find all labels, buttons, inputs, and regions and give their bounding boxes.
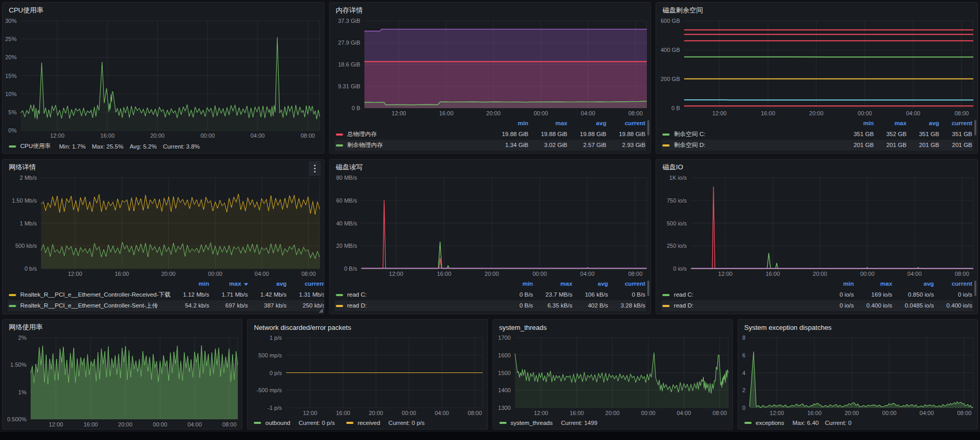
panel-title[interactable]: 磁盘IO bbox=[662, 163, 683, 172]
exceptions-chart[interactable]: 0246812:0016:0020:0000:0004:0008:00 bbox=[738, 334, 977, 418]
legend-series-label[interactable]: 剩余空间 D: bbox=[661, 140, 842, 151]
panel-title[interactable]: 网络使用率 bbox=[9, 323, 43, 332]
panel-header[interactable]: Network discarded/error packets bbox=[248, 319, 487, 334]
panel-title[interactable]: 内存详情 bbox=[336, 6, 363, 15]
legend-header-current[interactable]: current bbox=[935, 278, 973, 289]
legend-series-label[interactable]: 剩余物理内存 bbox=[335, 140, 491, 151]
svg-text:1600: 1600 bbox=[498, 352, 510, 358]
legend-series-label[interactable]: 总物理内存 bbox=[335, 129, 491, 140]
legend-header-avg[interactable]: avg bbox=[574, 278, 609, 289]
legend-value: 0 io/s bbox=[828, 300, 855, 311]
svg-text:00:00: 00:00 bbox=[153, 421, 168, 428]
panel-header[interactable]: 磁盘IO bbox=[656, 159, 977, 174]
panel-header[interactable]: 网络使用率 bbox=[3, 319, 242, 334]
legend-row: Realtek_R__PCI_e__Ethernet_Controller-Se… bbox=[8, 300, 324, 311]
legend-series-label[interactable]: system_threads bbox=[511, 420, 553, 426]
legend-header-avg[interactable]: avg bbox=[893, 278, 935, 289]
legend-series-label[interactable]: read D: bbox=[335, 300, 508, 311]
legend-item[interactable]: exceptionsMax: 6.40Current: 0 bbox=[744, 420, 852, 426]
legend-series-label[interactable]: Realtek_R__PCI_e__Ethernet_Controller-Re… bbox=[8, 289, 172, 300]
panel-title[interactable]: Network discarded/error packets bbox=[254, 324, 351, 331]
legend-header-avg[interactable]: avg bbox=[907, 118, 940, 129]
disk-read-write-chart[interactable]: 0 B/s20 MB/s40 MB/s60 MB/s80 MB/s12:0016… bbox=[330, 174, 651, 278]
legend-header-min[interactable]: min bbox=[491, 118, 529, 129]
legend-header-max[interactable]: max bbox=[875, 118, 907, 129]
panel-header[interactable]: System exception dispatches bbox=[738, 319, 977, 334]
panel-header[interactable]: 内存详情 bbox=[330, 3, 651, 17]
legend-value: 402 B/s bbox=[574, 300, 609, 311]
legend-header-min[interactable]: min bbox=[508, 278, 534, 289]
panel-header[interactable]: CPU使用率 bbox=[3, 3, 324, 17]
panel-title[interactable]: 网络详情 bbox=[9, 163, 36, 172]
panel-header[interactable]: 网络详情 bbox=[3, 159, 324, 174]
svg-text:20:00: 20:00 bbox=[605, 410, 620, 416]
legend-value: 351 GB bbox=[842, 129, 875, 140]
cpu-legend: CPU使用率Min: 1.7%Max: 25.5%Avg: 5.2%Curren… bbox=[3, 140, 324, 153]
svg-text:1300: 1300 bbox=[498, 405, 510, 411]
legend-header-max[interactable]: max bbox=[529, 118, 568, 129]
legend-table: minmaxavgcurrentread C:0 B/s23.7 MB/s106… bbox=[335, 278, 647, 311]
panel-resize-handle[interactable] bbox=[319, 309, 323, 313]
panel-header[interactable]: system_threads bbox=[493, 319, 732, 334]
legend-series-label[interactable]: exceptions bbox=[756, 420, 784, 426]
legend-header-current[interactable]: current bbox=[607, 118, 646, 129]
panel-title[interactable]: 磁盘读写 bbox=[336, 163, 363, 172]
legend-value: 19.88 GiB bbox=[568, 129, 607, 140]
legend-item[interactable]: system_threadsCurrent: 1499 bbox=[499, 420, 598, 426]
legend-stat: Max: 25.5% bbox=[92, 143, 124, 150]
legend-value: 3.02 GiB bbox=[529, 140, 568, 151]
packets-chart[interactable]: -1 p/s-500 mp/s0 p/s500 mp/s1 p/s12:0016… bbox=[248, 334, 487, 418]
legend-header-min[interactable]: min bbox=[828, 278, 855, 289]
legend-value: 0.400 io/s bbox=[855, 300, 893, 311]
legend-item[interactable]: CPU使用率Min: 1.7%Max: 25.5%Avg: 5.2%Curren… bbox=[9, 142, 200, 150]
svg-text:0: 0 bbox=[742, 405, 745, 411]
panel-system-threads: system_threads 1300140015001600170012:00… bbox=[493, 319, 733, 430]
legend-value: 697 kb/s bbox=[210, 300, 249, 311]
legend-series-label[interactable]: CPU使用率 bbox=[20, 142, 51, 150]
legend-series-label[interactable]: read C: bbox=[335, 289, 508, 300]
legend-header-current[interactable]: current bbox=[288, 278, 324, 289]
disk-free-chart[interactable]: 0 B200 GB400 GB600 GB12:0016:0020:0000:0… bbox=[656, 17, 977, 118]
legend-series-label[interactable]: outbound bbox=[265, 420, 290, 426]
legend-stat: Max: 6.40 bbox=[793, 420, 819, 426]
legend-series-label[interactable]: 剩余空间 C: bbox=[661, 129, 842, 140]
panel-header[interactable]: 磁盘剩余空间 bbox=[656, 3, 977, 17]
legend-series-label[interactable]: received bbox=[358, 420, 380, 426]
memory-chart[interactable]: 0 B9.31 GiB18.6 GiB27.9 GiB37.3 GiB12:00… bbox=[330, 17, 651, 118]
panel-title[interactable]: 磁盘剩余空间 bbox=[662, 6, 703, 15]
legend-series-label[interactable]: read C: bbox=[661, 289, 828, 300]
legend-header-min[interactable]: min bbox=[172, 278, 211, 289]
legend-item[interactable]: outboundCurrent: 0 p/s bbox=[254, 420, 335, 426]
legend-item[interactable]: receivedCurrent: 0 p/s bbox=[346, 420, 425, 426]
legend-header-max[interactable]: max bbox=[210, 278, 249, 289]
network-details-chart[interactable]: 0 b/s500 kb/s1 Mb/s1.50 Mb/s2 Mb/s12:001… bbox=[3, 174, 324, 278]
legend-scrollbar[interactable] bbox=[974, 281, 976, 296]
legend-series-label[interactable]: Realtek_R__PCI_e__Ethernet_Controller-Se… bbox=[8, 300, 172, 311]
legend-header-min[interactable]: min bbox=[842, 118, 875, 129]
panel-disk-read-write: 磁盘读写 0 B/s20 MB/s40 MB/s60 MB/s80 MB/s12… bbox=[329, 159, 651, 314]
legend-header-spacer bbox=[335, 118, 491, 129]
legend-header-current[interactable]: current bbox=[940, 118, 973, 129]
legend-header-avg[interactable]: avg bbox=[568, 118, 607, 129]
legend-scrollbar[interactable] bbox=[647, 120, 649, 136]
legend-row: read D:0 B/s6.35 kB/s402 B/s3.28 kB/s bbox=[335, 300, 647, 311]
svg-text:600 GB: 600 GB bbox=[661, 18, 680, 24]
panel-network-details: 网络详情 0 b/s500 kb/s1 Mb/s1.50 Mb/s2 Mb/s1… bbox=[2, 159, 324, 314]
panel-title[interactable]: system_threads bbox=[499, 324, 547, 331]
legend-header-current[interactable]: current bbox=[609, 278, 646, 289]
legend-header-max[interactable]: max bbox=[534, 278, 574, 289]
legend-header-max[interactable]: max bbox=[855, 278, 893, 289]
svg-text:00:00: 00:00 bbox=[200, 132, 215, 139]
legend-series-label[interactable]: read D: bbox=[661, 300, 828, 311]
panel-title[interactable]: System exception dispatches bbox=[744, 324, 832, 331]
system-threads-chart[interactable]: 1300140015001600170012:0016:0020:0000:00… bbox=[493, 334, 732, 418]
legend-scrollbar[interactable] bbox=[974, 120, 976, 136]
legend-header-avg[interactable]: avg bbox=[249, 278, 288, 289]
panel-header[interactable]: 磁盘读写 bbox=[330, 159, 651, 174]
legend-scrollbar[interactable] bbox=[647, 281, 649, 296]
svg-text:37.3 GiB: 37.3 GiB bbox=[338, 18, 360, 24]
cpu-usage-chart[interactable]: 0%5%10%15%20%25%30%12:0016:0020:0000:000… bbox=[3, 17, 324, 140]
panel-title[interactable]: CPU使用率 bbox=[9, 6, 43, 15]
network-usage-chart[interactable]: 0.500%1%1.50%2%12:0016:0020:0000:0004:00… bbox=[3, 334, 242, 429]
disk-io-chart[interactable]: 0 io/s250 io/s500 io/s750 io/s1K io/s12:… bbox=[656, 174, 977, 278]
